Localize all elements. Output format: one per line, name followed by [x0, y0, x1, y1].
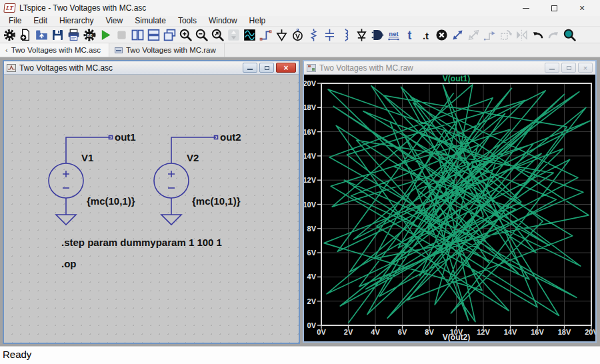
toolbar-stretch-button[interactable] — [481, 27, 497, 43]
toolbar-tile-horizontal-button[interactable] — [145, 27, 161, 43]
menu-item-edit[interactable]: Edit — [27, 16, 53, 26]
spice-directive-step[interactable]: .step param dummyparam 1 100 1 — [61, 237, 222, 248]
close-icon: × — [283, 63, 288, 73]
v2-value-label[interactable]: {mc(10,1)} — [192, 195, 241, 207]
tab-schematic[interactable]: ‹ Two Voltages with MC.asc — [0, 43, 109, 57]
v2-name-label[interactable]: V2 — [187, 152, 199, 163]
toolbar-zoom-in-button[interactable] — [177, 27, 193, 43]
waveform-pane-icon — [243, 28, 257, 42]
menu-bar: FileEditHierarchyViewSimulateToolsWindow… — [0, 16, 600, 26]
toolbar-open-button[interactable] — [33, 27, 49, 43]
window-titlebar: LT LTspice - Two Voltages with MC.asc × — [0, 0, 600, 16]
toolbar-halt-button[interactable] — [113, 27, 129, 43]
waveform-close-button[interactable]: × — [578, 63, 593, 73]
y-tick-label: 4V — [307, 273, 317, 281]
schematic-window: Two Voltages with MC.asc × — [3, 60, 300, 344]
minimize-icon — [549, 69, 555, 70]
control-panel-icon — [3, 28, 17, 42]
tab-waveform[interactable]: Two Voltages with MC.raw — [109, 43, 225, 57]
window-maximize-button[interactable] — [540, 1, 568, 15]
net-name-icon: net — [387, 28, 401, 42]
toolbar-ground-button[interactable] — [273, 27, 289, 43]
toolbar-edit-simulation-cmd-button[interactable]: ac — [81, 27, 97, 43]
svg-text:t: t — [407, 28, 411, 41]
toolbar-label-net-button[interactable] — [289, 27, 305, 43]
ground-symbol-v1 — [56, 215, 76, 225]
x-tick-label: 20V — [585, 328, 595, 336]
toolbar-print-button[interactable] — [65, 27, 81, 43]
menu-item-window[interactable]: Window — [203, 16, 243, 26]
toolbar-component-button[interactable] — [369, 27, 385, 43]
spice-directive-op[interactable]: .op — [61, 258, 77, 269]
toolbar-resistor-button[interactable] — [305, 27, 321, 43]
net-label-out1[interactable]: out1 — [115, 131, 136, 143]
toolbar-delete-button[interactable] — [433, 27, 449, 43]
tile-vertical-icon — [131, 28, 145, 42]
voltage-source-v1[interactable] — [49, 136, 113, 225]
spice-directive-icon: .t — [419, 28, 433, 42]
toolbar-wire-button[interactable] — [257, 27, 273, 43]
toolbar-net-name-button[interactable]: net — [385, 27, 401, 43]
menu-item-simulate[interactable]: Simulate — [129, 16, 172, 26]
y-tick-label: 14V — [304, 152, 317, 160]
find-icon — [563, 28, 577, 42]
toolbar-run-button[interactable] — [97, 27, 113, 43]
toolbar-text-button[interactable]: t — [401, 27, 417, 43]
menu-item-view[interactable]: View — [99, 16, 129, 26]
toolbar-waveform-pane-button[interactable] — [241, 27, 257, 43]
toolbar-pan-button[interactable] — [225, 27, 241, 43]
window-close-button[interactable]: × — [568, 1, 596, 15]
schematic-close-button[interactable]: × — [276, 63, 296, 73]
toolbar-undo-button[interactable] — [529, 27, 545, 43]
menu-item-file[interactable]: File — [3, 16, 27, 26]
schematic-window-titlebar[interactable]: Two Voltages with MC.asc × — [4, 61, 299, 75]
waveform-maximize-button[interactable] — [561, 63, 576, 73]
toolbar-new-schematic-button[interactable] — [17, 27, 33, 43]
toolbar-diode-button[interactable] — [353, 27, 369, 43]
toolbar-find-button[interactable] — [561, 27, 577, 43]
toolbar-drag-button[interactable] — [465, 27, 481, 43]
zoom-in-icon — [179, 28, 193, 42]
x-tick-label: 6V — [398, 328, 407, 336]
toolbar-inductor-button[interactable] — [337, 27, 353, 43]
toolbar-rotate-button[interactable] — [497, 27, 513, 43]
waveform-file-icon — [307, 64, 316, 72]
toolbar-zoom-full-extents-button[interactable] — [209, 27, 225, 43]
voltage-source-v2[interactable] — [154, 136, 218, 225]
waveform-window-titlebar[interactable]: Two Voltages with MC.raw × — [304, 61, 595, 75]
v1-value-label[interactable]: {mc(10,1)} — [87, 195, 135, 207]
schematic-window-controls: × — [243, 63, 296, 73]
toolbar-tile-vertical-button[interactable] — [129, 27, 145, 43]
schematic-minimize-button[interactable] — [243, 63, 257, 73]
menu-item-help[interactable]: Help — [243, 16, 272, 26]
x-tick-label: 2V — [344, 328, 353, 336]
drag-icon — [467, 28, 481, 42]
plot-title[interactable]: V(out1) — [443, 75, 470, 83]
window-minimize-button[interactable] — [512, 1, 540, 15]
waveform-window: Two Voltages with MC.raw × 0V2V4V6V8V10V… — [303, 60, 597, 343]
toolbar-cascade-button[interactable] — [161, 27, 177, 43]
tab-bar: ‹ Two Voltages with MC.asc Two Voltages … — [0, 43, 600, 57]
toolbar-zoom-out-button[interactable] — [193, 27, 209, 43]
toolbar-capacitor-button[interactable] — [321, 27, 337, 43]
v1-symbol-circle — [49, 163, 83, 198]
menu-item-hierarchy[interactable]: Hierarchy — [53, 16, 99, 26]
schematic-maximize-button[interactable] — [259, 63, 274, 73]
menu-item-tools[interactable]: Tools — [172, 16, 203, 26]
y-tick-label: 10V — [304, 201, 317, 209]
y-tick-label: 16V — [304, 128, 317, 136]
net-label-out2[interactable]: out2 — [220, 131, 241, 143]
toolbar-move-button[interactable] — [449, 27, 465, 43]
toolbar-mirror-button[interactable] — [513, 27, 529, 43]
waveform-minimize-button[interactable] — [545, 63, 559, 73]
toolbar-control-panel-button[interactable] — [1, 27, 17, 43]
v1-name-label[interactable]: V1 — [81, 152, 93, 163]
toolbar-spice-directive-button[interactable]: .t — [417, 27, 433, 43]
svg-text:.t: .t — [422, 30, 428, 41]
schematic-canvas[interactable]: out1 V1 {mc(10,1)} out2 V2 — [4, 75, 299, 343]
svg-text:ac: ac — [87, 32, 92, 38]
toolbar-redo-button[interactable] — [545, 27, 561, 43]
toolbar-save-button[interactable] — [49, 27, 65, 43]
status-text: Ready — [3, 349, 31, 360]
plot-area[interactable]: 0V2V4V6V8V10V12V14V16V18V20V20V18V16V14V… — [304, 75, 595, 341]
